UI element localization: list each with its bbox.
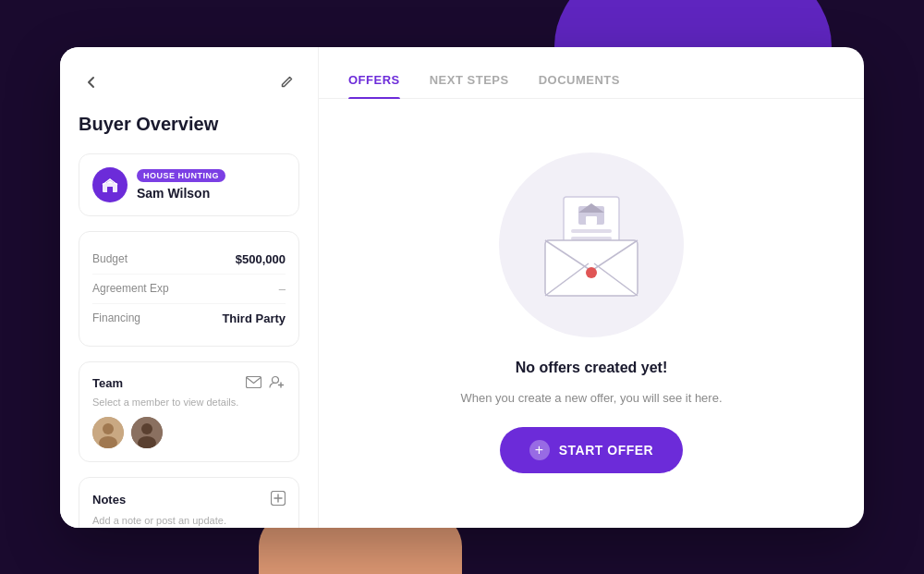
- notes-header: Notes: [92, 491, 286, 509]
- financing-label: Financing: [92, 311, 140, 324]
- team-header: Team: [92, 375, 286, 391]
- empty-state-subtitle: When you create a new offer, you will se…: [460, 391, 722, 405]
- start-offer-button[interactable]: + START OFFER: [500, 427, 683, 473]
- buyer-info: HOUSE HUNTING Sam Wilson: [137, 169, 225, 201]
- budget-label: Budget: [92, 252, 128, 265]
- plus-icon: +: [529, 440, 550, 460]
- buyer-badge: HOUSE HUNTING: [137, 169, 225, 182]
- team-avatars: [92, 417, 286, 448]
- main-card: Buyer Overview HOUSE HUNTING Sam Wilson …: [60, 47, 864, 528]
- detail-row-financing: Financing Third Party: [92, 304, 286, 333]
- detail-row-agreement: Agreement Exp –: [92, 275, 286, 304]
- email-team-button[interactable]: [246, 375, 261, 391]
- svg-point-5: [103, 423, 114, 434]
- add-note-button[interactable]: [271, 491, 286, 509]
- sidebar-header: [79, 69, 299, 95]
- team-avatar-1[interactable]: [92, 417, 124, 448]
- svg-point-8: [141, 423, 152, 434]
- team-avatar-2[interactable]: [131, 417, 163, 448]
- svg-rect-14: [571, 229, 612, 233]
- team-card: Team: [79, 361, 299, 462]
- add-member-button[interactable]: [269, 375, 286, 391]
- team-icons: [246, 375, 286, 391]
- edit-button[interactable]: [274, 69, 299, 95]
- page-title: Buyer Overview: [79, 114, 299, 135]
- tab-offers[interactable]: OFFERS: [348, 62, 400, 98]
- buyer-avatar: [92, 167, 128, 202]
- content-area: OFFERS NEXT STEPS DOCUMENTS: [319, 47, 864, 528]
- tab-next-steps[interactable]: NEXT STEPS: [430, 62, 509, 98]
- details-card: Budget $500,000 Agreement Exp – Financin…: [79, 231, 299, 347]
- envelope-illustration: [499, 153, 684, 337]
- notes-subtitle: Add a note or post an update.: [92, 515, 286, 526]
- back-button[interactable]: [79, 69, 104, 95]
- team-title: Team: [92, 376, 123, 390]
- financing-value: Third Party: [222, 311, 286, 325]
- empty-state: No offers created yet! When you create a…: [319, 99, 864, 528]
- notes-title: Notes: [92, 493, 126, 507]
- agreement-label: Agreement Exp: [92, 282, 169, 295]
- svg-rect-1: [107, 187, 113, 192]
- start-offer-label: START OFFER: [559, 443, 653, 458]
- budget-value: $500,000: [236, 252, 286, 266]
- svg-rect-13: [586, 216, 597, 225]
- agreement-value: –: [279, 282, 286, 296]
- buyer-name: Sam Wilson: [137, 186, 225, 201]
- tab-bar: OFFERS NEXT STEPS DOCUMENTS: [319, 62, 864, 99]
- notes-card: Notes Add a note or post an update.: [79, 477, 299, 528]
- team-subtitle: Select a member to view details.: [92, 397, 286, 408]
- buyer-card: HOUSE HUNTING Sam Wilson: [79, 153, 299, 216]
- empty-state-title: No offers created yet!: [516, 360, 668, 376]
- tab-documents[interactable]: DOCUMENTS: [539, 62, 620, 98]
- svg-point-18: [586, 267, 597, 278]
- sidebar: Buyer Overview HOUSE HUNTING Sam Wilson …: [60, 47, 319, 528]
- detail-row-budget: Budget $500,000: [92, 245, 286, 275]
